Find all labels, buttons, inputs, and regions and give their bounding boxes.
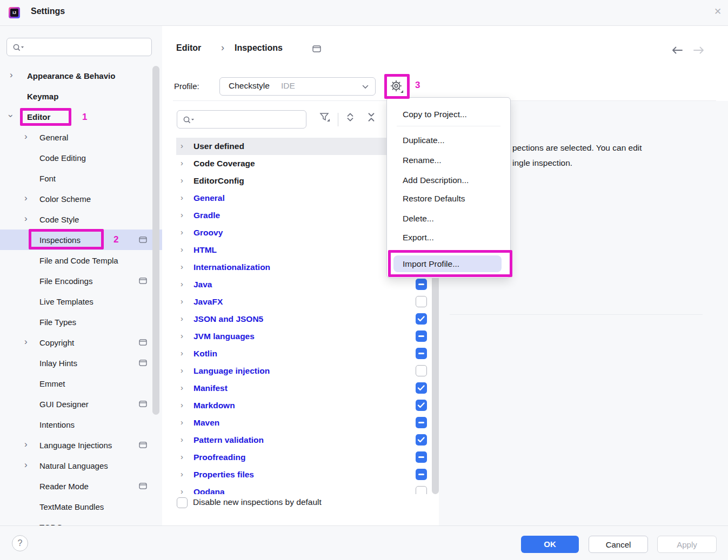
menu-item-delete[interactable]: Delete... [393, 210, 504, 227]
chevron-right-icon[interactable]: › [181, 332, 183, 340]
tree-item-checkbox-indeterminate[interactable] [416, 451, 427, 463]
sidebar-item-natural-languages[interactable]: ›Natural Languages [0, 455, 162, 476]
tree-item-checkbox-indeterminate[interactable] [416, 279, 427, 290]
menu-item-export[interactable]: Export... [393, 229, 504, 246]
ok-button[interactable]: OK [521, 536, 579, 553]
chevron-right-icon[interactable]: › [181, 470, 183, 478]
tree-item-checkbox-unchecked[interactable] [416, 296, 427, 307]
tree-item-checkbox-indeterminate[interactable] [416, 348, 427, 359]
chevron-right-icon[interactable]: › [181, 159, 183, 167]
sidebar-item-editor[interactable]: ›Editor [0, 106, 162, 127]
sidebar-item-file-and-code-templa[interactable]: File and Code Templa [0, 250, 162, 271]
help-icon[interactable]: ? [12, 535, 28, 551]
tree-item-pattern-validation[interactable]: ›Pattern validation [176, 431, 431, 449]
tree-item-properties-files[interactable]: ›Properties files [176, 466, 431, 483]
chevron-right-icon[interactable]: › [181, 418, 183, 426]
sidebar-item-live-templates[interactable]: Live Templates [0, 291, 162, 312]
apply-button[interactable]: Apply [657, 536, 717, 553]
chevron-right-icon[interactable]: › [181, 349, 183, 357]
close-icon[interactable]: ✕ [714, 6, 722, 17]
chevron-right-icon[interactable]: › [10, 70, 13, 79]
chevron-right-icon[interactable]: › [181, 435, 183, 443]
chevron-right-icon[interactable]: › [181, 262, 183, 271]
chevron-right-icon[interactable]: › [24, 460, 28, 469]
tree-item-language-injection[interactable]: ›Language injection [176, 362, 431, 380]
chevron-right-icon[interactable]: › [181, 487, 183, 494]
tree-item-proofreading[interactable]: ›Proofreading [176, 449, 431, 466]
sidebar-item-color-scheme[interactable]: ›Color Scheme [0, 188, 162, 209]
profile-dropdown[interactable]: Checkstyle IDE [219, 77, 376, 96]
sidebar-item-font[interactable]: Font [0, 168, 162, 188]
sidebar-scrollbar[interactable] [152, 66, 159, 415]
chevron-right-icon[interactable]: › [181, 401, 183, 409]
inspections-search-input[interactable] [199, 112, 304, 127]
chevron-right-icon[interactable]: › [24, 193, 28, 203]
sidebar-item-todo[interactable]: TODO [0, 517, 162, 525]
chevron-right-icon[interactable]: › [181, 176, 183, 184]
gear-icon[interactable] [389, 78, 406, 96]
chevron-right-icon[interactable]: › [181, 453, 183, 461]
sidebar-item-textmate-bundles[interactable]: TextMate Bundles [0, 496, 162, 517]
tree-item-checkbox-checked[interactable] [416, 400, 427, 411]
tree-item-javafx[interactable]: ›JavaFX [176, 293, 431, 311]
chevron-right-icon[interactable]: › [181, 245, 183, 253]
tree-item-jvm-languages[interactable]: ›JVM languages [176, 328, 431, 345]
sidebar-item-inlay-hints[interactable]: Inlay Hints [0, 353, 162, 373]
sidebar-item-gui-designer[interactable]: GUI Designer [0, 394, 162, 414]
tree-item-markdown[interactable]: ›Markdown [176, 397, 431, 414]
chevron-right-icon[interactable]: › [24, 440, 28, 449]
collapse-all-icon[interactable] [366, 112, 383, 129]
sidebar-item-appearance-behavio[interactable]: ›Appearance & Behavio [0, 65, 162, 86]
sidebar-item-reader-mode[interactable]: Reader Mode [0, 476, 162, 496]
sidebar-item-inspections[interactable]: Inspections [0, 230, 162, 250]
sidebar-item-copyright[interactable]: ›Copyright [0, 332, 162, 353]
sidebar-item-file-encodings[interactable]: File Encodings [0, 271, 162, 291]
sidebar-search-box[interactable] [6, 38, 152, 56]
menu-item-copy-to-project[interactable]: Copy to Project... [393, 106, 504, 123]
sidebar-item-intentions[interactable]: Intentions [0, 414, 162, 435]
sidebar-search-input[interactable] [29, 39, 149, 55]
chevron-right-icon[interactable]: › [181, 383, 183, 392]
chevron-right-icon[interactable]: › [181, 297, 183, 305]
menu-item-restore-defaults[interactable]: Restore Defaults [393, 190, 504, 207]
disable-new-inspections-checkbox[interactable] [177, 497, 188, 508]
tree-item-checkbox-checked[interactable] [416, 382, 427, 394]
tree-item-manifest[interactable]: ›Manifest [176, 380, 431, 397]
chevron-right-icon[interactable]: › [181, 193, 183, 201]
chevron-right-icon[interactable]: › [24, 214, 28, 223]
sidebar-item-keymap[interactable]: Keymap [0, 86, 162, 106]
menu-item-import-profile[interactable]: Import Profile... [393, 255, 502, 272]
sidebar-item-general[interactable]: ›General [0, 127, 162, 147]
tree-item-checkbox-indeterminate[interactable] [416, 417, 427, 428]
tree-item-checkbox-unchecked[interactable] [416, 365, 427, 376]
expand-all-icon[interactable] [345, 112, 362, 129]
chevron-right-icon[interactable]: › [181, 366, 183, 374]
chevron-right-icon[interactable]: › [181, 141, 183, 150]
back-arrow-icon[interactable] [671, 46, 683, 55]
sidebar-item-emmet[interactable]: Emmet [0, 373, 162, 394]
menu-item-rename[interactable]: Rename... [393, 152, 504, 168]
chevron-right-icon[interactable]: › [181, 280, 183, 288]
filter-icon[interactable] [319, 111, 335, 127]
tree-item-kotlin[interactable]: ›Kotlin [176, 345, 431, 362]
chevron-right-icon[interactable]: › [24, 337, 28, 346]
tree-item-checkbox-indeterminate[interactable] [416, 469, 427, 480]
chevron-right-icon[interactable]: › [181, 314, 183, 322]
tree-item-checkbox-checked[interactable] [416, 313, 427, 325]
sidebar-item-code-style[interactable]: ›Code Style [0, 209, 162, 230]
tree-item-json-and-json5[interactable]: ›JSON and JSON5 [176, 311, 431, 328]
sidebar-item-file-types[interactable]: File Types [0, 312, 162, 332]
sidebar-item-code-editing[interactable]: Code Editing [0, 147, 162, 168]
cancel-button[interactable]: Cancel [589, 536, 648, 553]
chevron-right-icon[interactable]: › [24, 132, 28, 141]
forward-arrow-icon[interactable] [693, 46, 705, 55]
tree-item-checkbox-indeterminate[interactable] [416, 330, 427, 342]
tree-item-maven[interactable]: ›Maven [176, 414, 431, 431]
inspections-search-box[interactable] [177, 110, 306, 129]
menu-item-duplicate[interactable]: Duplicate... [393, 132, 504, 149]
tree-item-java[interactable]: ›Java [176, 276, 431, 293]
tree-item-qodana[interactable]: ›Qodana [176, 483, 431, 494]
tree-item-checkbox-unchecked[interactable] [416, 486, 427, 494]
sidebar-item-language-injections[interactable]: ›Language Injections [0, 435, 162, 455]
menu-item-add-description[interactable]: Add Description... [393, 172, 504, 188]
